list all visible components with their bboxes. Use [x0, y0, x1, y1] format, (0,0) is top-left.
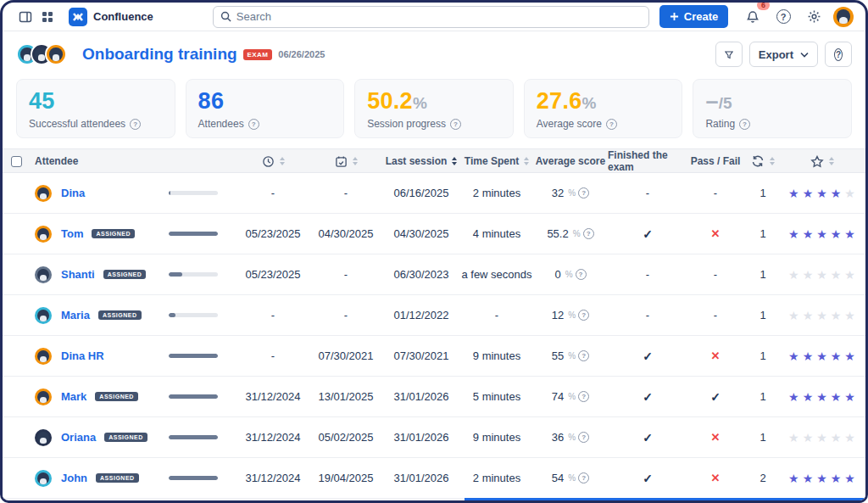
table-row[interactable]: TomASSIGNED05/23/202504/30/202504/30/202…: [3, 214, 865, 254]
help-button[interactable]: ?: [772, 6, 794, 28]
stat-suffix: %: [582, 94, 597, 112]
stat-label: Successful attendees: [29, 118, 125, 130]
attendee-avatar: [35, 470, 52, 487]
star-icon: ★: [844, 187, 856, 200]
pass-fail-cell: ✕: [687, 431, 743, 444]
percent-sign: %: [565, 270, 573, 279]
table-row[interactable]: OrianaASSIGNED31/12/202405/02/202531/01/…: [3, 417, 865, 458]
time-spent-cell: 4 minutes: [460, 227, 533, 240]
column-header-attendee[interactable]: Attendee: [35, 155, 169, 167]
help-icon[interactable]: ?: [248, 119, 259, 130]
export-button[interactable]: Export: [749, 42, 818, 67]
sort-icon[interactable]: [770, 157, 775, 165]
help-icon[interactable]: ?: [130, 119, 141, 130]
sort-icon[interactable]: [829, 157, 834, 165]
retakes-cell: 1: [743, 187, 782, 199]
help-icon[interactable]: ?: [606, 119, 617, 130]
sort-icon[interactable]: [452, 157, 457, 165]
column-header-pass-fail[interactable]: Pass / Fail: [687, 155, 743, 167]
help-icon[interactable]: ?: [578, 350, 589, 361]
column-header-time-spent[interactable]: Time Spent: [460, 155, 533, 167]
pass-check-icon: ✓: [710, 390, 721, 404]
deadline-cell: 19/04/2025: [309, 472, 382, 484]
sort-icon[interactable]: [524, 157, 529, 165]
help-icon[interactable]: ?: [739, 119, 750, 130]
column-header-deadline[interactable]: [309, 155, 382, 168]
last-session-cell: 31/01/2026: [382, 472, 460, 484]
retakes-cell: 2: [743, 472, 782, 484]
attendee-name-link[interactable]: Oriana: [61, 431, 96, 444]
retakes-cell: 1: [743, 349, 782, 362]
search-input[interactable]: [236, 10, 642, 23]
attendee-name-link[interactable]: Shanti: [61, 268, 95, 281]
help-icon[interactable]: ?: [578, 472, 589, 483]
create-button[interactable]: Create: [659, 5, 728, 28]
star-icon: ★: [844, 227, 856, 241]
table-row[interactable]: MarkASSIGNED31/12/202413/01/202531/01/20…: [3, 377, 865, 417]
help-icon[interactable]: ?: [578, 310, 589, 321]
settings-button[interactable]: [803, 6, 825, 28]
table-row[interactable]: MariaASSIGNED--01/12/2022-12%?--1★★★★★: [3, 295, 865, 336]
column-header-finished-exam[interactable]: Finished the exam: [608, 149, 687, 173]
star-icon: ★: [803, 268, 815, 282]
search-bar[interactable]: [213, 6, 649, 28]
attendee-name-link[interactable]: Dina HR: [61, 349, 104, 362]
score-value: 55: [552, 349, 564, 362]
info-button[interactable]: ?: [825, 42, 852, 67]
sort-icon[interactable]: [280, 157, 285, 165]
time-spent-cell: 2 minutes: [460, 187, 533, 199]
stat-label: Attendees: [198, 118, 244, 130]
user-avatar[interactable]: [833, 7, 854, 27]
star-icon: ★: [844, 431, 856, 444]
attendee-cell: MariaASSIGNED: [35, 307, 169, 324]
attendee-name-link[interactable]: John: [61, 472, 87, 484]
pass-empty: -: [714, 268, 717, 281]
attendee-avatar: [35, 388, 52, 405]
column-header-last-session[interactable]: Last session: [382, 155, 460, 167]
app-window: Confluence Create 6 ?: [0, 0, 868, 503]
sidebar-toggle-icon[interactable]: [14, 6, 36, 28]
progress-bar: [169, 232, 218, 236]
progress-cell: [169, 313, 236, 317]
table-row[interactable]: Dina--06/16/20252 minutes32%?--1★★★★★: [3, 173, 865, 214]
help-icon[interactable]: ?: [578, 187, 589, 198]
column-header-start-date[interactable]: [236, 155, 309, 168]
table-row[interactable]: JohnASSIGNED31/12/202419/04/202531/01/20…: [3, 458, 865, 499]
assigned-badge: ASSIGNED: [92, 229, 135, 238]
help-icon[interactable]: ?: [578, 432, 589, 443]
filter-button[interactable]: [715, 42, 743, 67]
column-header-average-score[interactable]: Average score: [533, 155, 608, 167]
column-header-rating[interactable]: [782, 155, 862, 168]
star-icon: ★: [788, 187, 800, 200]
question-icon: ?: [834, 48, 843, 61]
assigned-badge: ASSIGNED: [95, 392, 138, 401]
column-header-retakes[interactable]: [743, 155, 782, 167]
deadline-cell: -: [309, 268, 382, 281]
notifications-button[interactable]: 6: [742, 6, 764, 28]
column-label: Attendee: [35, 155, 78, 167]
confluence-logo-icon[interactable]: [69, 8, 87, 26]
question-icon: ?: [776, 9, 791, 24]
attendee-avatar: [35, 226, 52, 243]
attendee-name-link[interactable]: Dina: [61, 187, 85, 199]
rating-cell: ★★★★★: [782, 390, 862, 404]
attendee-avatar: [35, 348, 52, 365]
sort-icon[interactable]: [353, 157, 358, 165]
finished-check-icon: ✓: [643, 227, 653, 241]
stat-value: 86: [198, 88, 225, 114]
select-all-checkbox[interactable]: [11, 156, 22, 167]
notification-badge: 6: [757, 0, 770, 10]
help-icon[interactable]: ?: [578, 391, 589, 402]
stat-card-successful-attendees: 45 Successful attendees?: [16, 79, 175, 138]
attendee-name-link[interactable]: Maria: [61, 309, 90, 321]
table-row[interactable]: Dina HR-07/30/202107/30/20219 minutes55%…: [3, 336, 865, 377]
progress-cell: [169, 394, 236, 399]
help-icon[interactable]: ?: [576, 269, 587, 280]
table-row[interactable]: ShantiASSIGNED05/23/2025-06/30/2023a few…: [3, 254, 865, 295]
app-switcher-icon[interactable]: [36, 6, 58, 28]
help-icon[interactable]: ?: [450, 119, 461, 130]
help-icon[interactable]: ?: [583, 228, 594, 239]
retakes-cell: 1: [743, 390, 782, 403]
attendee-name-link[interactable]: Tom: [61, 227, 83, 240]
attendee-name-link[interactable]: Mark: [61, 390, 86, 403]
